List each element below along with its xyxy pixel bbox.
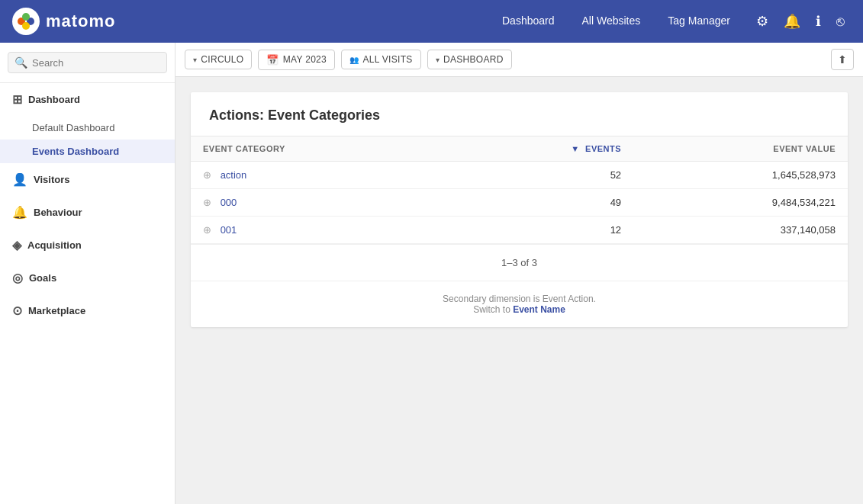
- pagination-label: 1–3 of 3: [501, 257, 537, 268]
- footer-note-text: Secondary dimension is Event Action.: [443, 294, 596, 304]
- settings-icon[interactable]: ⚙: [750, 7, 774, 36]
- goals-icon: ◎: [12, 271, 23, 285]
- footer-link-prefix: Switch to: [473, 304, 513, 315]
- cell-category: ⊕ action: [191, 162, 451, 189]
- expand-icon[interactable]: ⊕: [203, 197, 211, 208]
- col-event-category: EVENT CATEGORY: [191, 136, 451, 162]
- segment-selector-label: ALL VISITS: [362, 54, 412, 65]
- sidebar-section-label-dashboard: Dashboard: [28, 94, 80, 105]
- svg-point-3: [22, 13, 30, 21]
- sidebar-section-label-behaviour: Behaviour: [34, 207, 82, 218]
- sidebar-item-marketplace[interactable]: ⊙ Marketplace: [0, 294, 175, 327]
- sidebar: 🔍 ⊞ Dashboard Default Dashboard Events D…: [0, 43, 175, 504]
- category-label[interactable]: 001: [221, 224, 237, 236]
- sidebar-item-events-dashboard[interactable]: Events Dashboard: [0, 140, 175, 163]
- view-selector-arrow: ▾: [436, 56, 440, 64]
- nav-all-websites[interactable]: All Websites: [568, 8, 655, 35]
- col-event-value: EVENT VALUE: [633, 136, 848, 162]
- svg-point-0: [12, 8, 40, 35]
- visitors-icon: 👤: [12, 172, 27, 187]
- sidebar-item-default-dashboard[interactable]: Default Dashboard: [0, 116, 175, 140]
- pagination: 1–3 of 3: [191, 244, 848, 281]
- info-icon[interactable]: ℹ: [810, 7, 827, 36]
- table-row: ⊕ 001 12 337,140,058: [191, 217, 848, 244]
- website-selector-arrow: ▾: [193, 56, 197, 64]
- cell-events: 12: [451, 217, 633, 244]
- sidebar-item-dashboard[interactable]: ⊞ Dashboard: [0, 83, 175, 116]
- nav-dashboard[interactable]: Dashboard: [488, 8, 568, 35]
- cell-event-value: 9,484,534,221: [633, 189, 848, 217]
- toolbar: ▾ CIRCULO 📅 MAY 2023 👥 ALL VISITS ▾ DASH…: [175, 43, 863, 77]
- event-categories-card: Actions: Event Categories EVENT CATEGORY…: [191, 92, 848, 327]
- table-row: ⊕ action 52 1,645,528,973: [191, 162, 848, 189]
- date-selector-button[interactable]: 📅 MAY 2023: [258, 50, 335, 70]
- col-events[interactable]: ▼ EVENTS: [451, 136, 633, 162]
- table-row: ⊕ 000 49 9,484,534,221: [191, 189, 848, 217]
- view-selector-label: DASHBOARD: [443, 54, 504, 65]
- cell-category: ⊕ 000: [191, 189, 451, 217]
- content-area: Actions: Event Categories EVENT CATEGORY…: [175, 77, 863, 504]
- calendar-icon: 📅: [266, 54, 279, 66]
- expand-icon[interactable]: ⊕: [203, 224, 211, 236]
- search-input-wrapper: 🔍: [8, 52, 167, 73]
- website-selector-button[interactable]: ▾ CIRCULO: [185, 50, 252, 69]
- brand-name: matomo: [46, 11, 116, 31]
- website-selector-label: CIRCULO: [201, 54, 243, 65]
- sidebar-section-label-acquisition: Acquisition: [27, 239, 82, 251]
- svg-point-4: [22, 22, 30, 30]
- sidebar-item-visitors[interactable]: 👤 Visitors: [0, 163, 175, 196]
- sidebar-section-label-marketplace: Marketplace: [28, 305, 85, 316]
- category-label[interactable]: action: [221, 169, 247, 181]
- sidebar-section-label-goals: Goals: [29, 272, 56, 284]
- layout: 🔍 ⊞ Dashboard Default Dashboard Events D…: [0, 43, 863, 504]
- event-categories-table: EVENT CATEGORY ▼ EVENTS EVENT VALUE: [191, 136, 848, 244]
- top-nav-links: Dashboard All Websites Tag Manager: [488, 8, 744, 35]
- search-input[interactable]: [32, 57, 160, 69]
- grid-icon: ⊞: [12, 92, 22, 107]
- cell-event-value: 337,140,058: [633, 217, 848, 244]
- top-nav-icons: ⚙ 🔔 ℹ ⎋: [750, 7, 851, 36]
- bell-icon: 🔔: [12, 205, 27, 220]
- matomo-logo-icon: [12, 8, 40, 35]
- nav-tag-manager[interactable]: Tag Manager: [654, 8, 744, 35]
- toolbar-collapse-button[interactable]: ⬆: [831, 49, 854, 70]
- cell-event-value: 1,645,528,973: [633, 162, 848, 189]
- marketplace-icon: ⊙: [12, 303, 22, 318]
- segment-selector-arrow: 👥: [349, 56, 359, 64]
- event-name-link[interactable]: Event Name: [513, 304, 565, 315]
- sidebar-item-acquisition[interactable]: ◈ Acquisition: [0, 229, 175, 262]
- sort-arrow-icon: ▼: [571, 144, 579, 153]
- notification-icon[interactable]: 🔔: [778, 7, 807, 36]
- category-label[interactable]: 000: [221, 197, 237, 208]
- top-navigation: matomo Dashboard All Websites Tag Manage…: [0, 0, 863, 43]
- expand-icon[interactable]: ⊕: [203, 169, 211, 181]
- cell-events: 49: [451, 189, 633, 217]
- acquisition-icon: ◈: [12, 238, 21, 252]
- date-selector-label: MAY 2023: [283, 54, 327, 65]
- segment-selector-button[interactable]: 👥 ALL VISITS: [341, 50, 421, 69]
- footer-note: Secondary dimension is Event Action. Swi…: [191, 281, 848, 327]
- logo-area: matomo: [12, 8, 488, 35]
- sidebar-section-label-visitors: Visitors: [34, 174, 69, 185]
- card-title: Actions: Event Categories: [191, 92, 848, 136]
- cell-events: 52: [451, 162, 633, 189]
- sidebar-item-behaviour[interactable]: 🔔 Behaviour: [0, 196, 175, 229]
- logout-icon[interactable]: ⎋: [830, 8, 851, 36]
- main-content: ▾ CIRCULO 📅 MAY 2023 👥 ALL VISITS ▾ DASH…: [175, 43, 863, 504]
- search-box: 🔍: [0, 43, 175, 83]
- table-header-row: EVENT CATEGORY ▼ EVENTS EVENT VALUE: [191, 136, 848, 162]
- view-selector-button[interactable]: ▾ DASHBOARD: [427, 50, 512, 69]
- cell-category: ⊕ 001: [191, 217, 451, 244]
- sidebar-item-goals[interactable]: ◎ Goals: [0, 262, 175, 294]
- search-icon: 🔍: [14, 56, 27, 69]
